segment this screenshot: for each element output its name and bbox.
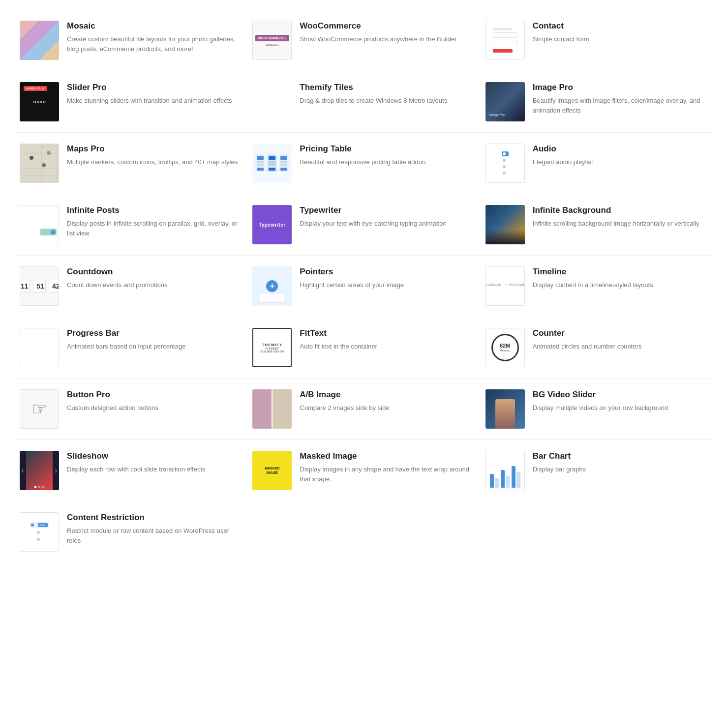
item-content: Content Restriction Restrict module or r…	[67, 512, 238, 545]
masked-image-thumbnail: MaskedImage	[252, 451, 292, 490]
themify-tiles-thumbnail	[252, 82, 292, 121]
bg-video-thumbnail	[485, 389, 525, 429]
contact-thumbnail	[485, 21, 525, 60]
list-item[interactable]: + Infinite Posts Display posts in infini…	[15, 194, 247, 256]
item-content: Countdown Count down events and promotio…	[67, 266, 238, 290]
infinite-bg-thumbnail	[485, 205, 525, 244]
item-content: BG Video Slider Display multiple videos …	[533, 389, 703, 413]
list-item[interactable]: 82M Mentions Counter Animated circles an…	[481, 317, 713, 379]
button-thumbnail: ☞	[20, 389, 59, 429]
typewriter-thumbnail: Typewriter	[252, 205, 292, 244]
progress-thumbnail	[20, 328, 59, 367]
item-title: Maps Pro	[67, 144, 238, 154]
item-content: Mosaic Create custom beautiful tile layo…	[67, 21, 238, 54]
list-item[interactable]: Maps Pro Multiple markers, custom icons,…	[15, 133, 247, 194]
bar-chart-thumbnail	[485, 451, 525, 490]
item-title: Image Pro	[533, 82, 703, 93]
item-content: Audio Elegant audio playlist	[533, 144, 703, 167]
content-restriction-thumbnail: Admin	[20, 512, 59, 552]
fittext-line1: THEMIFY	[262, 343, 282, 347]
list-item[interactable]: 11 51 42 Countdown Count down events and…	[15, 256, 247, 317]
item-content: Slider Pro Make stunning sliders with tr…	[67, 82, 238, 106]
item-desc: Auto fit text in the container	[300, 342, 470, 351]
pricing-thumbnail	[252, 144, 292, 183]
list-item[interactable]: Typewriter Typewriter Display your text …	[247, 194, 480, 256]
item-title: Themify Tiles	[300, 82, 470, 93]
hand-icon: ☞	[31, 399, 47, 419]
item-content: Timeline Display content in a timeline-s…	[533, 266, 703, 290]
item-title: Pricing Table	[300, 144, 470, 154]
list-item[interactable]: BG Video Slider Display multiple videos …	[481, 379, 713, 440]
list-item[interactable]: MaskedImage Masked Image Display images …	[247, 440, 480, 501]
item-content: Masked Image Display images in any shape…	[300, 451, 470, 484]
slider-thumbnail: SUPER SALE! SLIDER	[20, 82, 59, 121]
timeline-thumbnail: 2016 TIMELINE 2010 WORLD 2009 HELLO	[485, 266, 525, 306]
item-desc: Show WooCommerce products anywhere in th…	[300, 34, 470, 44]
item-desc: Restrict module or row content based on …	[67, 526, 238, 545]
list-item[interactable]: Mosaic Create custom beautiful tile layo…	[15, 10, 247, 71]
list-item[interactable]: SUPER SALE! SLIDER Slider Pro Make stunn…	[15, 71, 247, 133]
countdown-seconds: 42	[49, 280, 59, 292]
item-title: Bar Chart	[533, 451, 703, 462]
item-desc: Simple contact form	[533, 34, 703, 44]
item-desc: Drag & drop tiles to create Windows 8 Me…	[300, 96, 470, 106]
item-content: Bar Chart Display bar graphs	[533, 451, 703, 474]
list-item[interactable]: Themify Tiles Drag & drop tiles to creat…	[247, 71, 480, 133]
item-content: Slideshow Display each row with cool sli…	[67, 451, 238, 474]
list-item[interactable]: 2016 TIMELINE 2010 WORLD 2009 HELLO Time…	[481, 256, 713, 317]
item-desc: Display each row with cool slide transit…	[67, 465, 238, 474]
list-item[interactable]: Contact Simple contact form	[481, 10, 713, 71]
infinite-posts-thumbnail: +	[20, 205, 59, 244]
list-item[interactable]: Progress Bar Animated bars based on inpu…	[15, 317, 247, 379]
slideshow-thumbnail: ‹ ›	[20, 451, 59, 490]
item-desc: Animated circles and number counters	[533, 342, 703, 351]
list-item[interactable]: ☞ Button Pro Custom designed action butt…	[15, 379, 247, 440]
item-desc: Multiple markers, custom icons, tooltips…	[67, 157, 238, 167]
item-content: Themify Tiles Drag & drop tiles to creat…	[300, 82, 470, 106]
audio-thumbnail	[485, 144, 525, 183]
item-content: Button Pro Custom designed action button…	[67, 389, 238, 413]
list-item[interactable]: Infinite Background Infinite scrolling b…	[481, 194, 713, 256]
item-title: BG Video Slider	[533, 389, 703, 400]
list-item[interactable]: Admin Content Restriction Restrict modul…	[15, 501, 247, 562]
counter-number: 82M	[500, 343, 510, 349]
prev-arrow-icon: ‹	[20, 467, 26, 474]
item-desc: Highlight certain areas of your image	[300, 280, 470, 290]
item-desc: Display bar graphs	[533, 465, 703, 474]
list-item[interactable]: Audio Elegant audio playlist	[481, 133, 713, 194]
addon-grid: Mosaic Create custom beautiful tile layo…	[15, 10, 713, 562]
item-content: Pointers Highlight certain areas of your…	[300, 266, 470, 290]
item-desc: Display your text with eye-catching typi…	[300, 219, 470, 229]
list-item[interactable]: A/B Image Compare 2 images side by side	[247, 379, 480, 440]
timeline-year-3: 2009	[520, 283, 525, 286]
item-content: A/B Image Compare 2 images side by side	[300, 389, 470, 413]
item-title: Contact	[533, 21, 703, 31]
item-content: WooCommerce Show WooCommerce products an…	[300, 21, 470, 44]
item-content: Contact Simple contact form	[533, 21, 703, 44]
item-content: Counter Animated circles and number coun…	[533, 328, 703, 351]
item-desc: Custom designed action buttons	[67, 403, 238, 413]
item-title: Infinite Posts	[67, 205, 238, 216]
next-arrow-icon: ›	[53, 467, 59, 474]
item-content: Infinite Background Infinite scrolling b…	[533, 205, 703, 229]
list-item[interactable]: + Pointers Highlight certain areas of yo…	[247, 256, 480, 317]
item-desc: Display multiple videos on your row back…	[533, 403, 703, 413]
list-item[interactable]: ‹ › Slideshow Display each row with cool…	[15, 440, 247, 501]
list-item[interactable]: WOOCOMMERCE BUILDER WooCommerce Show Woo…	[247, 10, 480, 71]
item-title: Timeline	[533, 266, 703, 277]
item-title: Typewriter	[300, 205, 470, 216]
list-item[interactable]: THEMIFY FITTEST BUILDER ADD-ON FitText A…	[247, 317, 480, 379]
list-item[interactable]: Image Pro Image Pro Beautify images with…	[481, 71, 713, 133]
list-item[interactable]: Pricing Table Beautiful and responsive p…	[247, 133, 480, 194]
item-desc: Animated bars based on input percentage	[67, 342, 238, 351]
countdown-minutes: 51	[33, 280, 46, 292]
item-desc: Display content in a timeline-styled lay…	[533, 280, 703, 290]
item-title: Button Pro	[67, 389, 238, 400]
item-desc: Count down events and promotions	[67, 280, 238, 290]
timeline-text-1: TIMELINE	[485, 283, 494, 286]
ab-image-thumbnail	[252, 389, 292, 429]
item-content: Typewriter Display your text with eye-ca…	[300, 205, 470, 229]
item-title: WooCommerce	[300, 21, 470, 31]
list-item[interactable]: Bar Chart Display bar graphs	[481, 440, 713, 501]
timeline-text-2: WORLD	[509, 283, 519, 286]
